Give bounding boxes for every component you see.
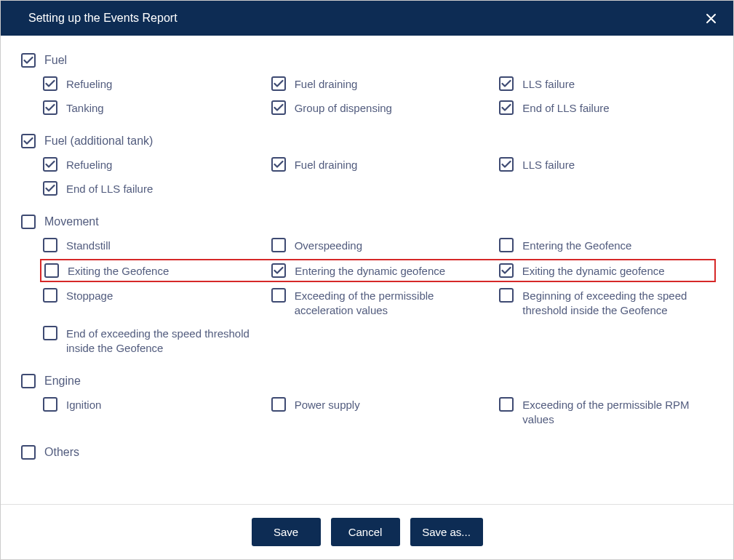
- item-label: Exiting the Geofence: [68, 263, 169, 279]
- section-title-others: Others: [44, 446, 79, 459]
- close-button[interactable]: [704, 12, 717, 25]
- section-header-fuel: Fuel: [21, 53, 713, 68]
- item-label: Exceeding of the permissible RPM values: [522, 397, 713, 426]
- list-item: Exceeding of the permissible acceleratio…: [271, 288, 485, 317]
- item-label: Standstill: [66, 238, 111, 253]
- cancel-button[interactable]: Cancel: [331, 518, 400, 546]
- checkbox-item[interactable]: [499, 238, 514, 252]
- dialog-footer: Save Cancel Save as...: [1, 504, 733, 559]
- list-item: Refueling: [43, 157, 257, 172]
- list-item: Stoppage: [43, 288, 257, 317]
- item-label: Exiting the dynamic geofence: [522, 263, 665, 279]
- item-label: End of exceeding the speed threshold ins…: [66, 326, 257, 355]
- item-label: Exceeding of the permissible acceleratio…: [295, 288, 485, 317]
- dialog-body[interactable]: Fuel RefuelingFuel drainingLLS failureTa…: [1, 36, 733, 504]
- list-item: Overspeeding: [271, 238, 485, 253]
- fuel-items-grid: RefuelingFuel drainingLLS failureTanking…: [21, 76, 713, 115]
- item-label: End of LLS failure: [66, 181, 153, 196]
- checkbox-item[interactable]: [271, 76, 286, 91]
- list-item: Entering the dynamic geofence: [271, 263, 484, 279]
- list-item: Fuel draining: [271, 76, 485, 92]
- list-item: End of LLS failure: [43, 181, 257, 196]
- list-item: Exiting the dynamic geofence: [499, 263, 711, 279]
- list-item: Fuel draining: [271, 157, 485, 172]
- events-report-dialog: Setting up the Events Report Fuel Refuel…: [0, 0, 734, 560]
- item-label: Tanking: [66, 100, 104, 116]
- item-label: Refueling: [66, 76, 112, 92]
- item-label: Stoppage: [66, 288, 113, 303]
- item-label: LLS failure: [522, 76, 575, 92]
- item-label: Entering the Geofence: [522, 238, 631, 253]
- checkbox-item[interactable]: [43, 326, 57, 340]
- section-fuel-additional: Fuel (additional tank) RefuelingFuel dra…: [21, 134, 713, 196]
- checkbox-engine[interactable]: [21, 374, 36, 388]
- list-item: LLS failure: [499, 76, 713, 92]
- checkbox-item[interactable]: [271, 263, 286, 278]
- checkbox-item[interactable]: [271, 100, 286, 115]
- list-item: Tanking: [43, 100, 257, 116]
- item-label: Ignition: [66, 397, 101, 412]
- checkbox-item[interactable]: [499, 76, 514, 91]
- section-header-engine: Engine: [21, 374, 713, 388]
- list-item: End of exceeding the speed threshold ins…: [43, 326, 257, 355]
- checkbox-item[interactable]: [43, 157, 57, 172]
- item-label: LLS failure: [522, 157, 575, 172]
- item-label: Overspeeding: [295, 238, 362, 253]
- list-item: Exiting the Geofence: [44, 263, 257, 279]
- movement-items-grid: Standstill Overspeeding Entering the Geo…: [21, 238, 713, 355]
- item-label: Entering the dynamic geofence: [295, 263, 445, 279]
- section-others: Others: [21, 445, 713, 460]
- checkbox-item[interactable]: [271, 157, 286, 172]
- close-icon: [706, 13, 717, 24]
- checkbox-item[interactable]: [43, 238, 57, 252]
- list-item: Exceeding of the permissible RPM values: [499, 397, 713, 426]
- item-label: Fuel draining: [295, 76, 358, 92]
- section-title-movement: Movement: [44, 215, 99, 228]
- list-item: Refueling: [43, 76, 257, 92]
- movement-highlight-row: Exiting the Geofence Entering the dynami…: [40, 259, 716, 283]
- section-title-engine: Engine: [44, 375, 81, 388]
- checkbox-item[interactable]: [499, 100, 514, 115]
- list-item: Power supply: [271, 397, 485, 426]
- checkbox-others[interactable]: [21, 445, 36, 460]
- checkbox-item[interactable]: [271, 238, 286, 252]
- checkbox-item[interactable]: [43, 100, 57, 115]
- list-item: Standstill: [43, 238, 257, 253]
- item-label: Beginning of exceeding the speed thresho…: [522, 288, 713, 317]
- checkbox-movement[interactable]: [21, 215, 36, 229]
- section-header-fuel-additional: Fuel (additional tank): [21, 134, 713, 148]
- checkbox-item[interactable]: [271, 288, 286, 303]
- checkbox-fuel-additional[interactable]: [21, 134, 36, 148]
- checkbox-item[interactable]: [43, 288, 57, 303]
- section-title-fuel-additional: Fuel (additional tank): [44, 135, 153, 148]
- section-fuel: Fuel RefuelingFuel drainingLLS failureTa…: [21, 53, 713, 115]
- checkbox-item[interactable]: [43, 76, 57, 91]
- engine-items-grid: IgnitionPower supplyExceeding of the per…: [21, 397, 713, 426]
- list-item: Ignition: [43, 397, 257, 426]
- checkbox-item[interactable]: [44, 263, 59, 278]
- list-item: Group of dispensing: [271, 100, 485, 116]
- list-item: LLS failure: [499, 157, 713, 172]
- dialog-header: Setting up the Events Report: [1, 1, 733, 36]
- fuel-additional-items-grid: RefuelingFuel drainingLLS failureEnd of …: [21, 157, 713, 196]
- section-movement: Movement Standstill Overspeeding Enterin…: [21, 215, 713, 355]
- dialog-title: Setting up the Events Report: [28, 12, 177, 25]
- save-button[interactable]: Save: [252, 518, 321, 546]
- item-label: End of LLS failure: [522, 100, 609, 116]
- checkbox-item[interactable]: [43, 181, 57, 196]
- list-item: End of LLS failure: [499, 100, 713, 116]
- item-label: Power supply: [295, 397, 360, 412]
- checkbox-item[interactable]: [499, 288, 514, 303]
- section-title-fuel: Fuel: [44, 54, 67, 67]
- checkbox-item[interactable]: [499, 157, 514, 172]
- save-as-button[interactable]: Save as...: [410, 518, 483, 546]
- section-engine: Engine IgnitionPower supplyExceeding of …: [21, 374, 713, 426]
- checkbox-item[interactable]: [499, 397, 514, 412]
- checkbox-fuel[interactable]: [21, 53, 36, 68]
- item-label: Group of dispensing: [295, 100, 392, 116]
- checkbox-item[interactable]: [499, 263, 514, 278]
- checkbox-item[interactable]: [43, 397, 57, 412]
- list-item: Entering the Geofence: [499, 238, 713, 253]
- checkbox-item[interactable]: [271, 397, 286, 412]
- section-header-movement: Movement: [21, 215, 713, 229]
